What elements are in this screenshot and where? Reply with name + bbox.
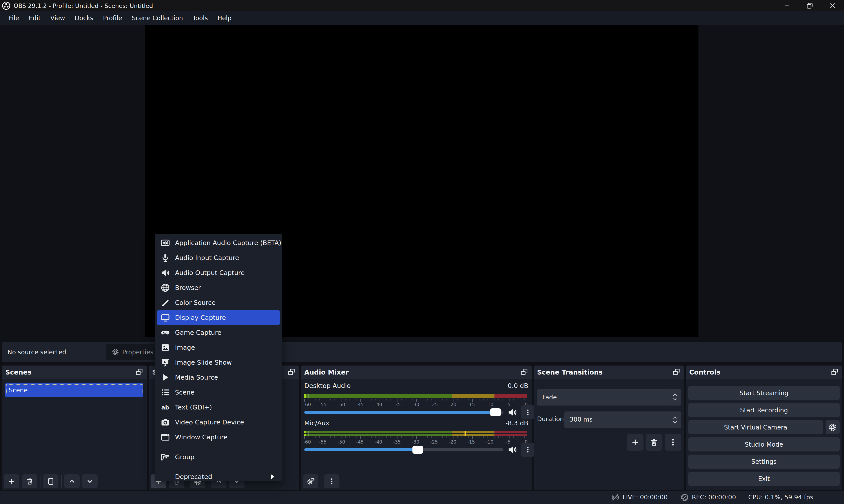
scenes-title: Scenes [5, 368, 32, 376]
scene-transitions-header: Scene Transitions [534, 365, 684, 379]
stream-inactive-icon [611, 493, 620, 502]
menu-item-scene[interactable]: Scene [157, 385, 280, 400]
menu-item-window-capture[interactable]: Window Capture [157, 430, 280, 445]
popout-dock-icon[interactable] [672, 368, 680, 376]
trash-icon [25, 477, 34, 486]
remove-transition-button[interactable] [646, 434, 662, 451]
menu-item-audio-input-capture[interactable]: Audio Input Capture [157, 250, 280, 265]
menu-item-deprecated[interactable]: Deprecated [157, 469, 280, 484]
menubar-item-profile[interactable]: Profile [98, 12, 127, 24]
add-source-menu: Application Audio Capture (BETA)Audio In… [155, 234, 282, 481]
menubar-item-file[interactable]: File [4, 12, 24, 24]
image-icon [161, 343, 170, 352]
scene-filters-button[interactable] [43, 474, 58, 488]
remove-scene-button[interactable] [22, 474, 37, 488]
media-source-icon [161, 373, 170, 382]
settings-button[interactable]: Settings [688, 454, 840, 469]
menu-item-media-source[interactable]: Media Source [157, 370, 280, 385]
menu-item-browser[interactable]: Browser [157, 280, 280, 295]
advanced-audio-properties-button[interactable] [303, 474, 318, 488]
scenes-toolbar [4, 474, 97, 488]
menu-item-game-capture[interactable]: Game Capture [157, 325, 280, 340]
plus-icon [7, 477, 16, 486]
menu-item-display-capture[interactable]: Display Capture [157, 310, 280, 325]
volume-slider-handle[interactable] [490, 408, 501, 416]
no-source-selected-label: No source selected [7, 348, 66, 356]
menubar-item-tools[interactable]: Tools [188, 12, 213, 24]
app-audio-capture-icon [161, 238, 170, 248]
speaker-unmuted-icon[interactable] [507, 445, 518, 455]
audio-output-capture-icon [161, 268, 170, 277]
move-scene-down-button[interactable] [82, 474, 97, 488]
exit-button[interactable]: Exit [688, 472, 840, 486]
meter-tick-marks [304, 436, 527, 439]
start-recording-button[interactable]: Start Recording [688, 403, 840, 417]
add-scene-button[interactable] [4, 474, 19, 488]
obs-logo-icon [2, 1, 11, 10]
menubar-item-docks[interactable]: Docks [70, 12, 98, 24]
duration-spinbox[interactable]: 300 ms [564, 412, 681, 428]
transition-selected-value: Fade [542, 394, 557, 401]
menu-item-label: Group [175, 453, 194, 461]
mixer-menu-button[interactable] [324, 474, 339, 488]
start-streaming-button[interactable]: Start Streaming [688, 386, 840, 400]
menu-item-group[interactable]: Group [157, 449, 280, 465]
menubar-item-view[interactable]: View [46, 12, 70, 24]
controls-title: Controls [689, 368, 720, 376]
channel-name: Desktop Audio [304, 382, 351, 390]
menu-item-image-slide-show[interactable]: Image Slide Show [157, 355, 280, 370]
menu-item-label: Game Capture [175, 329, 221, 336]
close-button[interactable] [821, 0, 844, 12]
mixer-toolbar [303, 474, 339, 488]
scene-list-item[interactable]: Scene [5, 383, 143, 397]
studio-mode-label: Studio Mode [745, 441, 783, 448]
chevron-down-icon[interactable] [672, 420, 678, 424]
channel-db-value: -8.3 dB [505, 419, 528, 427]
duration-row: Duration 300 ms [537, 412, 681, 428]
toolbar-divider [40, 475, 40, 487]
popout-dock-icon[interactable] [287, 368, 295, 376]
menu-item-audio-output-capture[interactable]: Audio Output Capture [157, 265, 280, 280]
volume-slider[interactable] [304, 411, 503, 414]
volume-slider-handle[interactable] [412, 446, 423, 454]
speaker-unmuted-icon[interactable] [507, 407, 518, 417]
scene-icon [161, 388, 170, 397]
transition-buttons [627, 434, 681, 451]
move-scene-up-button[interactable] [64, 474, 79, 488]
properties-button[interactable]: Properties [106, 344, 159, 360]
restore-button[interactable] [798, 0, 821, 12]
menubar-item-edit[interactable]: Edit [24, 12, 46, 24]
live-time: LIVE: 00:00:00 [623, 494, 668, 501]
toolbar-divider [61, 475, 61, 487]
popout-dock-icon[interactable] [135, 368, 143, 376]
start-streaming-label: Start Streaming [740, 390, 788, 397]
menu-item-label: Browser [175, 284, 201, 291]
studio-mode-button[interactable]: Studio Mode [688, 437, 840, 451]
menubar-item-help[interactable]: Help [213, 12, 236, 24]
menu-item-application-audio-capture-beta[interactable]: Application Audio Capture (BETA) [157, 235, 280, 250]
submenu-arrow-icon [270, 473, 275, 480]
menu-item-image[interactable]: Image [157, 340, 280, 355]
window-title: OBS 29.1.2 - Profile: Untitled - Scenes:… [14, 2, 153, 9]
menubar: FileEditViewDocksProfileScene Collection… [0, 12, 844, 24]
menu-item-text-gdi[interactable]: abText (GDI+) [157, 400, 280, 415]
add-transition-button[interactable] [627, 434, 644, 451]
channel-menu-button[interactable] [521, 405, 535, 419]
virtual-camera-settings-button[interactable] [826, 420, 840, 434]
channel-menu-button[interactable] [521, 443, 535, 457]
chevron-up-icon[interactable] [672, 393, 678, 397]
volume-slider[interactable] [304, 448, 503, 451]
transition-select[interactable]: Fade [537, 389, 681, 406]
filters-icon [47, 477, 55, 486]
menu-item-color-source[interactable]: Color Source [157, 295, 280, 310]
menubar-item-scene-collection[interactable]: Scene Collection [127, 12, 188, 24]
popout-dock-icon[interactable] [520, 368, 528, 376]
controls-panel: Controls Start Streaming Start Recording… [686, 365, 842, 490]
transition-properties-button[interactable] [665, 434, 681, 451]
chevron-down-icon[interactable] [672, 398, 678, 401]
menu-item-video-capture-device[interactable]: Video Capture Device [157, 415, 280, 430]
start-virtual-camera-button[interactable]: Start Virtual Camera [688, 420, 823, 434]
minimize-button[interactable] [775, 0, 798, 12]
popout-dock-icon[interactable] [830, 368, 839, 376]
chevron-up-icon[interactable] [672, 415, 678, 419]
